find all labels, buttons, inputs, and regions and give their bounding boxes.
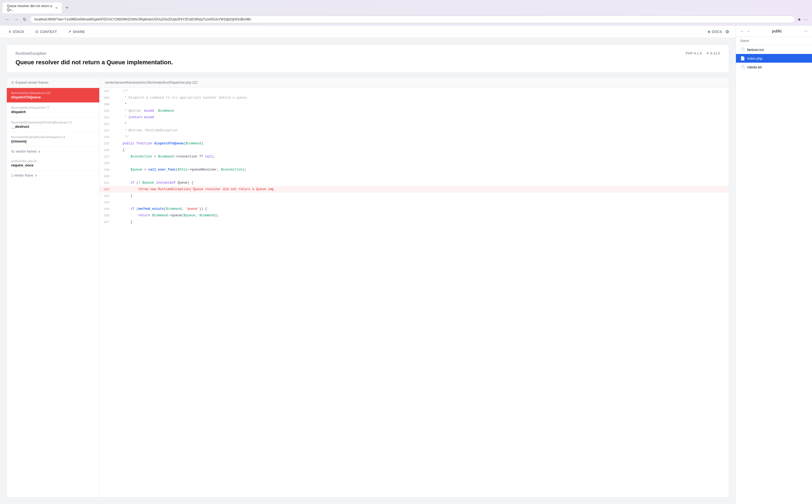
stack-frame-2[interactable]: Illuminate\Broadcasting\PendingBroadcast…	[7, 117, 99, 132]
line-code	[113, 160, 119, 166]
vendor-count-1-label: 1 vendor frame	[11, 174, 33, 177]
exception-message: Queue resolver did not return a Queue im…	[16, 59, 720, 66]
frame-path-4: public/index.php:52	[11, 159, 95, 163]
stack-frame-0[interactable]: Illuminate\Bus\Dispatcher:222 dispatchTo…	[7, 88, 99, 103]
fb-back-button[interactable]: ←	[740, 29, 744, 33]
bookmark-icon[interactable]: ★	[797, 17, 801, 22]
file-type-icon: 📄	[740, 65, 745, 69]
exception-meta: PHP 8.1.6 ✦ 9.13.0	[686, 51, 720, 55]
docs-button[interactable]: ⊕ DOCS	[708, 30, 722, 34]
stack-button[interactable]: ≡ STACK	[7, 28, 26, 35]
code-line-221: 221 if (! $queue instanceof Queue) {	[99, 180, 729, 186]
share-button[interactable]: ↗ SHARE	[66, 28, 87, 35]
new-tab-button[interactable]: +	[63, 4, 71, 12]
vendor-count-1[interactable]: 1 vendor frame ∨	[7, 171, 99, 180]
line-code: * Dispatch a command to its appropriate …	[113, 95, 251, 101]
code-line-209: 209 *	[99, 101, 729, 108]
file-list-header: Name	[736, 37, 812, 45]
line-code: */	[113, 134, 130, 140]
line-number: 208	[99, 95, 113, 101]
docs-label: DOCS	[712, 30, 722, 34]
stack-frame-1[interactable]: Illuminate\Bus\Dispatcher:77 dispatch	[7, 103, 99, 117]
stack-frame-4[interactable]: public/index.php:52 require_once	[7, 156, 99, 171]
line-code: return $command->queue($queue, $command)…	[113, 212, 221, 219]
fb-forward-button[interactable]: →	[746, 29, 750, 33]
code-line-215: 215 public function dispatchToQueue($com…	[99, 140, 729, 147]
menu-icon[interactable]: ⋯	[803, 17, 808, 22]
file-list-name-header: Name	[740, 39, 749, 43]
share-label: SHARE	[73, 30, 85, 34]
back-button[interactable]: ←	[4, 16, 11, 23]
frame-method-2: __destruct	[11, 125, 95, 129]
code-area[interactable]: 207 /**208 * Dispatch a command to its a…	[99, 88, 729, 497]
file-item[interactable]: 📄robots.txt	[736, 63, 812, 71]
line-code: $connection = $command->connection ?? nu…	[113, 153, 217, 160]
line-number: 209	[99, 101, 113, 108]
line-code	[113, 199, 119, 206]
line-number: 211	[99, 114, 113, 121]
stack-icon: ≡	[9, 29, 11, 34]
ignition-panel: ≡ STACK ⊙ CONTEXT ↗ SHARE ⊕ DOCS ⚙	[0, 26, 736, 504]
line-number: 221	[99, 180, 113, 186]
line-number: 213	[99, 127, 113, 134]
line-code: if (! $queue instanceof Queue) {	[113, 180, 195, 186]
line-number: 218	[99, 160, 113, 166]
line-number: 216	[99, 147, 113, 153]
exception-type: RuntimeException	[16, 51, 47, 56]
line-number: 214	[99, 134, 113, 140]
file-browser: ← → public ⋯ Name 📄favicon.ico📄index.php…	[736, 26, 812, 504]
expand-vendor-label: Expand vendor frames	[16, 81, 48, 84]
active-tab[interactable]: Queue resolver did not return a Qu... ×	[2, 2, 62, 13]
line-number: 217	[99, 153, 113, 160]
file-item[interactable]: 📄index.php	[736, 54, 812, 63]
php-version: PHP 8.1.6	[686, 51, 702, 55]
frame-path-2: Illuminate\Broadcasting\PendingBroadcast…	[11, 121, 95, 124]
line-number: 222	[99, 186, 113, 193]
vendor-expand-1-icon: ∨	[35, 174, 37, 177]
code-line-220: 220	[99, 173, 729, 180]
line-number: 220	[99, 173, 113, 180]
file-item[interactable]: 📄favicon.ico	[736, 45, 812, 54]
ignition-toolbar: ≡ STACK ⊙ CONTEXT ↗ SHARE ⊕ DOCS ⚙	[0, 26, 736, 38]
file-type-icon: 📄	[740, 47, 745, 52]
browser-chrome: Queue resolver did not return a Qu... × …	[0, 0, 812, 26]
code-file-path: vendor/laravel/framework/src/Illuminate/…	[99, 77, 729, 88]
code-line-226: 226 return $command->queue($queue, $comm…	[99, 212, 729, 219]
vendor-count-41[interactable]: 41 vendor frames ∨	[7, 147, 99, 156]
address-bar: ← → ↻ ★ ⋯	[0, 13, 812, 25]
line-number: 224	[99, 199, 113, 206]
code-line-213: 213 * @throws \RuntimeException	[99, 127, 729, 134]
code-line-208: 208 * Dispatch a command to its appropri…	[99, 95, 729, 101]
expand-vendor-button[interactable]: ⊙ Expand vendor frames	[7, 77, 99, 88]
share-icon: ↗	[68, 29, 71, 34]
line-number: 223	[99, 193, 113, 199]
code-line-216: 216 {	[99, 147, 729, 153]
browser-icons: ★ ⋯	[797, 17, 808, 22]
context-button[interactable]: ⊙ CONTEXT	[33, 28, 59, 35]
main-layout: ≡ STACK ⊙ CONTEXT ↗ SHARE ⊕ DOCS ⚙	[0, 26, 812, 504]
forward-button[interactable]: →	[13, 16, 20, 23]
code-line-211: 211 * @return mixed	[99, 114, 729, 121]
toolbar-right: ⊕ DOCS ⚙	[708, 29, 729, 34]
file-type-icon: 📄	[740, 56, 745, 60]
code-line-222: 222 throw new RuntimeException('Queue re…	[99, 186, 729, 193]
line-code	[113, 173, 119, 180]
stack-frame-3[interactable]: Illuminate\Routing\RouteFileRegistrar:18…	[7, 132, 99, 147]
reload-button[interactable]: ↻	[22, 16, 28, 23]
code-line-217: 217 $connection = $command->connection ?…	[99, 153, 729, 160]
vendor-expand-icon: ∨	[38, 150, 41, 153]
line-code: * @return mixed	[113, 114, 156, 121]
frame-path-0: Illuminate\Bus\Dispatcher:222	[11, 91, 95, 95]
code-line-223: 223 }	[99, 193, 729, 199]
file-browser-header: ← → public ⋯	[736, 26, 812, 37]
url-input[interactable]	[30, 16, 795, 23]
code-line-219: 219 $queue = call_user_func($this->queue…	[99, 166, 729, 173]
tab-close-button[interactable]: ×	[55, 6, 57, 10]
fb-expand-button[interactable]: ⋯	[804, 29, 808, 33]
line-number: 227	[99, 219, 113, 225]
settings-button[interactable]: ⚙	[725, 29, 729, 34]
context-icon: ⊙	[35, 29, 38, 34]
tab-title: Queue resolver did not return a Qu...	[7, 4, 53, 12]
code-panel: vendor/laravel/framework/src/Illuminate/…	[99, 77, 729, 497]
file-name: favicon.ico	[747, 48, 808, 52]
